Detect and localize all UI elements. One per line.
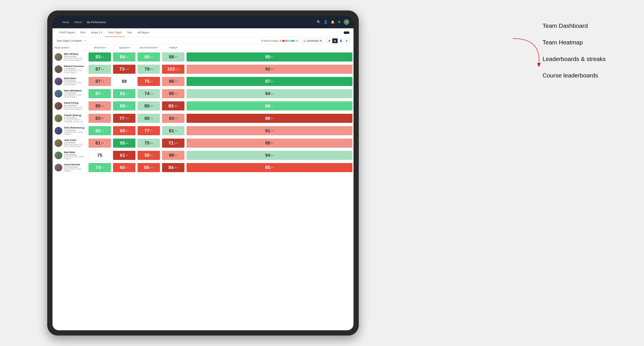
- stat-box: 83 10: [162, 101, 184, 110]
- stat-cell-quality: 87 3: [88, 75, 112, 88]
- player-avatar: [54, 139, 62, 147]
- stat-cell-off_tee: 60 1: [112, 162, 136, 174]
- player-handicap: 1-5 Handicap: [64, 92, 86, 94]
- last-rounds-label: Last Rounds: 20: [306, 40, 322, 42]
- stat-cell-putting: 94 3: [186, 149, 354, 162]
- search-icon[interactable]: 🔍: [317, 20, 320, 24]
- nav-link-teams[interactable]: Teams: [74, 20, 82, 24]
- stat-box: 87 4: [88, 89, 111, 98]
- bell-icon[interactable]: 🔔: [331, 20, 334, 24]
- player-avatar: [54, 114, 62, 122]
- stat-value: 86: [265, 116, 270, 121]
- player-name: Blair McHarg: [64, 53, 86, 55]
- player-club: Sunningdale Golf Club, United Kingdom: [64, 70, 86, 73]
- stat-change: 2: [126, 130, 128, 132]
- player-info: Blair McHarg Plus Handicap Royal North D…: [64, 53, 86, 61]
- stat-cell-approach: 80 1: [136, 112, 161, 125]
- player-avatar: [54, 90, 62, 98]
- stat-cell-off_tee: 88: [112, 75, 136, 88]
- col-header-player[interactable]: Player Quality ▾: [52, 45, 88, 51]
- stat-value: 96: [265, 103, 270, 109]
- stat-box: 95 9: [186, 52, 352, 61]
- stat-change: 15: [176, 68, 180, 70]
- player-club: Sunningdale Golf Club, United Kingdom: [64, 82, 86, 86]
- table-row[interactable]: David Ford✓ Plus Handicap Royal North De…: [52, 100, 354, 112]
- player-name: Dave Billingham: [64, 89, 86, 92]
- col-header-around-green[interactable]: Around the Green ▾: [136, 45, 161, 51]
- change-negative: -5: [279, 40, 281, 42]
- stat-box: 93 4: [88, 52, 111, 61]
- table-row[interactable]: Josh Coles 1-5 Handicap Royal North Devo…: [52, 137, 354, 149]
- stat-change: 2: [175, 154, 178, 156]
- stat-cell-off_tee: 60 2: [112, 125, 136, 137]
- tab-pgat-players[interactable]: PGAT Players: [57, 28, 78, 37]
- stat-box: 103 15: [162, 65, 184, 74]
- col-header-putting[interactable]: Putting ▾: [161, 45, 186, 51]
- stat-change: 10: [150, 167, 154, 169]
- stat-change: 4: [101, 93, 104, 95]
- stat-cell-off_tee: 89 7: [112, 100, 136, 112]
- user-avatar[interactable]: U: [344, 19, 349, 25]
- player-club: St. George's Hill GC - Weybridge - Surre…: [64, 119, 86, 123]
- stat-box: 81 3: [88, 139, 111, 148]
- stat-value: 75: [144, 140, 150, 146]
- col-header-approach[interactable]: Approach ▾: [112, 45, 136, 51]
- view-heatmap-button[interactable]: ▦: [332, 38, 338, 43]
- stat-cell-quality: 85 3: [88, 100, 112, 112]
- stat-change: 11: [125, 68, 129, 70]
- table-row[interactable]: Dave Billingham 1-5 Handicap Gog Magog G…: [52, 88, 354, 100]
- table-row[interactable]: Chris Robertson✓ 1-5 Handicap Craigmilla…: [52, 125, 354, 137]
- player-info: David Ford✓ Plus Handicap Royal North De…: [64, 102, 86, 110]
- stat-change: 3: [175, 93, 178, 95]
- stat-cell-quality: 83 3: [88, 112, 112, 125]
- view-download-button[interactable]: ⬇: [344, 38, 349, 43]
- table-row[interactable]: Blair McHarg Plus Handicap Royal North D…: [52, 51, 354, 63]
- table-row[interactable]: Charlie Quick✓ 6-10 Handicap St. George'…: [52, 112, 354, 125]
- table-row[interactable]: Matt Miller 6-10 Handicap Woburn Golf Cl…: [52, 149, 354, 162]
- verified-icon: ✓: [79, 115, 81, 117]
- stat-value: 95: [265, 54, 270, 60]
- stat-cell-approach: 58 4: [136, 149, 161, 162]
- view-person-button[interactable]: 👤: [338, 38, 344, 43]
- stat-value: 83: [169, 116, 174, 121]
- stat-value: 97: [265, 79, 270, 84]
- round-change-info: 20 Round Change -5 +5: [261, 40, 298, 42]
- stat-box: 61 3: [113, 151, 136, 160]
- stat-cell-quality: 75: [88, 149, 112, 162]
- stat-box: 82 4: [113, 89, 136, 98]
- player-table: Player Quality ▾ Off the Tee ▾ Approach …: [52, 45, 354, 174]
- table-row[interactable]: Elliot Ebert 1-5 Handicap Sunningdale Go…: [52, 75, 354, 88]
- player-info: Matt Miller 6-10 Handicap Woburn Golf Cl…: [64, 151, 86, 160]
- tab-hcaps[interactable]: Hcaps 1-5: [88, 28, 105, 37]
- nav-link-my-performance[interactable]: My Performance: [87, 20, 106, 24]
- player-info: Elliot Ebert 1-5 Handicap Sunningdale Go…: [64, 77, 86, 86]
- annotation-item-3: Leaderboards & streaks: [542, 51, 634, 67]
- stat-change: 3: [101, 80, 104, 82]
- stat-change: 3: [101, 130, 104, 132]
- col-header-off-tee[interactable]: Off the Tee ▾: [88, 45, 112, 51]
- edit-icon[interactable]: ✏: [85, 39, 86, 42]
- stat-cell-approach: 80 3: [136, 100, 161, 112]
- player-handicap: Plus Handicap: [64, 104, 86, 106]
- last-rounds-button[interactable]: 📊 Last Rounds: 20: [301, 39, 324, 43]
- add-team-button[interactable]: [344, 31, 349, 34]
- table-row[interactable]: Edward Crossman 1-5 Handicap Sunningdale…: [52, 63, 354, 75]
- stat-box: 95 8: [113, 139, 136, 148]
- tab-team-clippd[interactable]: Team Clippd: [105, 28, 124, 37]
- view-grid-button[interactable]: ⊞: [327, 38, 332, 43]
- tab-all-players[interactable]: All Players: [135, 28, 152, 37]
- nav-link-home[interactable]: Home: [62, 20, 69, 24]
- settings-icon[interactable]: ⚙: [338, 20, 340, 24]
- stat-cell-putting: 97 5: [186, 75, 354, 88]
- tab-pga[interactable]: PGA: [78, 28, 88, 37]
- player-club: Craigmillar Park, United Kingdom: [64, 131, 86, 135]
- stat-value: 80: [144, 116, 150, 121]
- tab-tour[interactable]: Tour: [124, 28, 135, 37]
- stat-box: 85 3: [162, 89, 184, 98]
- stat-cell-putting: 94 1: [186, 88, 354, 100]
- table-row[interactable]: Aaron Nicholls 11-15 Handicap Drift Golf…: [52, 162, 354, 174]
- stat-cell-approach: 77 3: [136, 125, 161, 137]
- user-icon[interactable]: 👤: [324, 20, 328, 24]
- verified-icon: ✓: [82, 127, 84, 129]
- stat-change: 1: [126, 167, 128, 169]
